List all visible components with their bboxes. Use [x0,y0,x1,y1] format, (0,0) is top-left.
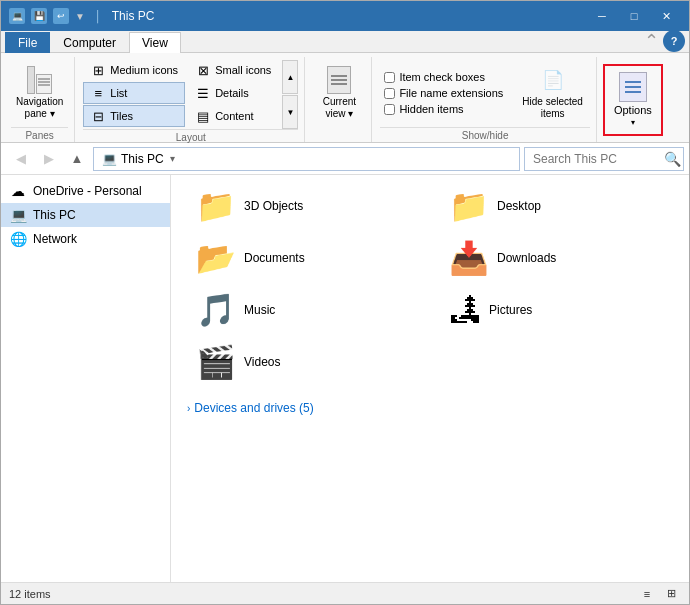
hidden-items-option[interactable]: Hidden items [380,102,507,116]
ribbon-expand-btn[interactable]: ⌃ [644,30,659,52]
title-separator: │ [95,10,102,22]
ribbon-group-layout: ⊞ Medium icons ≡ List ⊟ Tiles [77,57,305,142]
folder-pictures-icon: 🏞 [449,294,481,326]
address-icon: 💻 [102,152,117,166]
tab-file[interactable]: File [5,32,50,53]
quick-access-dropdown[interactable]: ▼ [75,11,85,22]
file-name-extensions-option[interactable]: File name extensions [380,86,507,100]
content-icon: ▤ [195,109,211,124]
nav-pane-content-icon [36,74,52,94]
network-icon: 🌐 [9,231,27,247]
hide-selected-icon: 📄 [541,66,565,94]
tab-view[interactable]: View [129,32,181,53]
folder-videos[interactable]: 🎬 Videos [187,339,420,385]
title-icon: 💻 [9,8,25,24]
layout-right-col: ⊠ Small icons ☰ Details ▤ Content [188,59,278,127]
forward-button[interactable]: ▶ [37,147,61,171]
maximize-button[interactable]: □ [619,6,649,26]
folder-pictures-label: Pictures [489,303,532,317]
hide-selected-button[interactable]: 📄 Hide selecteditems [515,59,590,127]
help-button[interactable]: ? [663,30,685,52]
status-bar: 12 items ≡ ⊞ [1,582,689,604]
folder-desktop-label: Desktop [497,199,541,213]
folder-videos-label: Videos [244,355,280,369]
quick-access-save[interactable]: 💾 [31,8,47,24]
current-view-button[interactable]: Currentview ▾ [313,59,365,127]
back-button[interactable]: ◀ [9,147,33,171]
options-highlight: Options ▾ [603,64,663,136]
folder-music-label: Music [244,303,275,317]
options-icon [619,72,647,102]
folder-desktop[interactable]: 📁 Desktop [440,183,673,229]
layout-scroll-down[interactable]: ▼ [282,95,298,129]
options-label: Options [614,104,652,116]
sidebar-item-onedrive[interactable]: ☁ OneDrive - Personal [1,179,170,203]
panes-group-label: Panes [11,127,68,143]
search-input[interactable] [524,147,684,171]
layout-scroll: ▲ ▼ [282,60,298,129]
folder-3dobjects-label: 3D Objects [244,199,303,213]
ribbon: Navigationpane ▾ Panes ⊞ Medium icons ≡ [1,53,689,143]
tab-computer[interactable]: Computer [50,32,129,53]
hidden-items-input[interactable] [384,104,395,115]
panes-content: Navigationpane ▾ [11,57,68,127]
folder-documents[interactable]: 📂 Documents [187,235,420,281]
view-toggle-large[interactable]: ⊞ [661,585,681,603]
quick-access-undo[interactable]: ↩ [53,8,69,24]
layout-left-col: ⊞ Medium icons ≡ List ⊟ Tiles [83,59,185,127]
ribbon-group-show-hide: Item check boxes File name extensions Hi… [374,57,597,142]
list-label: List [110,87,127,99]
sidebar-item-label-thispc: This PC [33,208,76,222]
folder-3dobjects-icon: 📁 [196,190,236,222]
onedrive-icon: ☁ [9,183,27,199]
content-label: Content [215,110,254,122]
hide-selected-file-icon: 📄 [542,70,564,90]
devices-section-label: Devices and drives (5) [194,401,313,415]
list-btn[interactable]: ≡ List [83,82,185,104]
minimize-button[interactable]: ─ [587,6,617,26]
folder-downloads-icon: 📥 [449,242,489,274]
folder-music[interactable]: 🎵 Music [187,287,420,333]
options-dropdown-arrow: ▾ [631,118,635,127]
main-area: ☁ OneDrive - Personal 💻 This PC 🌐 Networ… [1,175,689,582]
sidebar-item-network[interactable]: 🌐 Network [1,227,170,251]
options-button[interactable]: Options ▾ [606,67,660,133]
title-bar-left: 💻 💾 ↩ ▼ │ This PC [9,8,154,24]
nav-pane-button[interactable]: Navigationpane ▾ [11,59,68,127]
folder-3dobjects[interactable]: 📁 3D Objects [187,183,420,229]
item-checkboxes-option[interactable]: Item check boxes [380,70,507,84]
file-name-extensions-input[interactable] [384,88,395,99]
current-view-content: Currentview ▾ [313,57,365,127]
medium-icons-btn[interactable]: ⊞ Medium icons [83,59,185,81]
content-btn[interactable]: ▤ Content [188,105,278,127]
sidebar-item-thispc[interactable]: 💻 This PC [1,203,170,227]
details-label: Details [215,87,249,99]
folder-documents-icon: 📂 [196,242,236,274]
view-toggle-details[interactable]: ≡ [637,585,657,603]
small-icons-label: Small icons [215,64,271,76]
sidebar: ☁ OneDrive - Personal 💻 This PC 🌐 Networ… [1,175,171,582]
folder-pictures[interactable]: 🏞 Pictures [440,287,673,333]
tiles-btn[interactable]: ⊟ Tiles [83,105,185,127]
address-dropdown-arrow[interactable]: ▾ [170,153,175,164]
close-button[interactable]: ✕ [651,6,681,26]
medium-icons-icon: ⊞ [90,63,106,78]
search-icon[interactable]: 🔍 [664,151,681,167]
tiles-label: Tiles [110,110,133,122]
address-field[interactable]: 💻 This PC ▾ [93,147,520,171]
devices-section-header[interactable]: › Devices and drives (5) [187,397,673,419]
up-button[interactable]: ▲ [65,147,89,171]
small-icons-btn[interactable]: ⊠ Small icons [188,59,278,81]
layout-scroll-up[interactable]: ▲ [282,60,298,94]
details-btn[interactable]: ☰ Details [188,82,278,104]
show-hide-group-label: Show/hide [380,127,590,143]
details-icon: ☰ [195,86,211,101]
show-hide-checkboxes: Item check boxes File name extensions Hi… [380,59,507,127]
folders-grid: 📁 3D Objects 📁 Desktop 📂 Documents 📥 Dow… [187,183,673,385]
item-checkboxes-input[interactable] [384,72,395,83]
folder-documents-label: Documents [244,251,305,265]
current-view-icon [327,66,351,94]
window-title: This PC [112,9,155,23]
item-count: 12 items [9,588,51,600]
folder-downloads[interactable]: 📥 Downloads [440,235,673,281]
